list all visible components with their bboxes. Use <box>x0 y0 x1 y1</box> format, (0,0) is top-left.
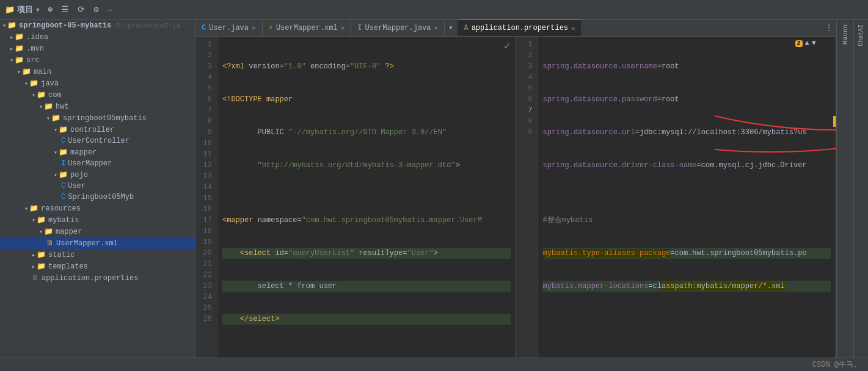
sidebar: ▾ 📁 springboot-05-mybatis D:\procedure2\… <box>0 20 195 358</box>
left-code-lines[interactable]: <?xml version="1.0" encoding="UTF-8" ?> … <box>217 37 516 358</box>
tree-item-mybatis[interactable]: ▾ 📁 mybatis <box>0 214 195 226</box>
tree-label-usercontroller: UserController <box>68 137 129 145</box>
project-dropdown-icon[interactable]: ▾ <box>35 5 40 15</box>
left-code-content: 1 2 3 4 5 6 7 8 9 10 11 12 13 <box>195 37 516 358</box>
right-code-line-2: spring.datasource.password=root <box>543 94 831 105</box>
tab-icon-user-java: C <box>202 24 206 32</box>
tree-item-controller[interactable]: ▾ 📁 controller <box>0 124 195 135</box>
tab-icon-usermapper-xml: ⚡ <box>269 23 273 32</box>
tree-item-hwt[interactable]: ▾ 📁 hwt <box>0 101 195 112</box>
toolbar-icons: ⊕ ☰ ⟳ ⚙ — <box>45 3 115 16</box>
tab-application-prop[interactable]: A application.properties ✕ <box>458 20 582 36</box>
warning-up[interactable]: ▲ <box>805 39 809 48</box>
folder-icon-mvn: 📁 <box>15 44 24 53</box>
tab-close-usermapper-xml[interactable]: ✕ <box>341 24 345 32</box>
tree-item-springboot05myb[interactable]: C Springboot05Myb <box>0 192 195 203</box>
arrow-java: ▾ <box>24 80 28 87</box>
tab-icon-application-prop: A <box>464 24 468 32</box>
tab-usermapper-xml[interactable]: ⚡ UserMapper.xml ✕ <box>263 20 352 36</box>
tree-item-application-prop[interactable]: 🗎 application.properties <box>0 272 195 284</box>
tree-label-main: main <box>34 68 51 76</box>
split-editors: 1 2 3 4 5 6 7 8 9 10 11 12 13 <box>195 37 836 358</box>
folder-icon-resources: 📁 <box>29 204 38 213</box>
toolbar-add[interactable]: ⊕ <box>45 3 55 16</box>
tree-item-idea[interactable]: ▸ 📁 .idea <box>0 31 195 43</box>
folder-icon-springboot05mybatis: 📁 <box>51 113 60 123</box>
tabs-action-more[interactable]: ⋮ <box>825 23 833 32</box>
warning-badge: 2 <box>795 40 803 47</box>
tree-label-root: springboot-05-mybatis D:\procedure2\ja <box>19 21 180 30</box>
arrow-main: ▾ <box>17 68 21 76</box>
tree-item-springboot05mybatis[interactable]: ▾ 📁 springboot05mybatis <box>0 112 195 124</box>
right-line-numbers: 1 2 3 4 5 6 7 8 9 <box>516 37 538 358</box>
code-line-9: </select> <box>222 314 511 325</box>
tab-label-application-prop: application.properties <box>472 24 568 32</box>
code-line-6: <mapper namespace="com.hwt.springboot05m… <box>222 215 511 226</box>
tree-item-static[interactable]: ▸ 📁 static <box>0 249 195 261</box>
folder-icon-main: 📁 <box>22 67 31 76</box>
tree-item-mapper-folder[interactable]: ▾ 📁 mapper <box>0 146 195 158</box>
tree-item-mvn[interactable]: ▸ 📁 .mvn <box>0 43 195 54</box>
toolbar-settings[interactable]: ⚙ <box>91 3 101 16</box>
tree-label-usermapper-java: UserMapper <box>68 159 112 168</box>
right-code-line-7: mybaatis.type-aliases-package=com.hwt.sp… <box>543 248 831 259</box>
tree-item-mapper-res[interactable]: ▾ 📁 mapper <box>0 226 195 237</box>
tabs-overflow[interactable]: ▾ <box>445 20 456 36</box>
arrow-mybatis: ▾ <box>32 217 35 224</box>
tree-label-user: User <box>68 182 86 190</box>
tree-item-pojo[interactable]: ▾ 📁 pojo <box>0 169 195 181</box>
right-code-content: 1 2 3 4 5 6 7 8 9 spring.datasource.user… <box>516 37 836 358</box>
tree-item-usermapper-xml[interactable]: 🗎 UserMapper.xml <box>0 237 195 249</box>
arrow-hwt: ▾ <box>39 103 43 110</box>
tree-item-com[interactable]: ▾ 📁 com <box>0 89 195 101</box>
tab-close-application-prop[interactable]: ✕ <box>571 24 575 32</box>
toolbar-list[interactable]: ☰ <box>59 3 71 16</box>
tree-label-mapper-res: mapper <box>56 228 82 236</box>
tree-label-springboot05mybatis: springboot05mybatis <box>63 114 147 123</box>
arrow-src: ▾ <box>10 57 13 64</box>
tab-label-usermapper-xml: UserMapper.xml <box>276 24 338 32</box>
tree-item-usermapper-java[interactable]: I UserMapper <box>0 158 195 169</box>
tree-item-resources[interactable]: ▾ 📁 resources <box>0 203 195 214</box>
tab-icon-usermapper-java: I <box>357 24 362 32</box>
code-line-2: <!DOCTYPE mapper <box>222 94 511 105</box>
tab-usermapper-java[interactable]: I UserMapper.java ✕ <box>351 20 445 36</box>
tree-item-user[interactable]: C User <box>0 181 195 192</box>
arrow-resources: ▾ <box>24 205 28 212</box>
maven-label[interactable]: Maven <box>842 24 849 45</box>
toolbar-minimize[interactable]: — <box>105 4 115 16</box>
project-title: 项目 <box>17 4 33 15</box>
arrow-com: ▾ <box>32 92 35 99</box>
warning-down[interactable]: ▼ <box>812 39 816 48</box>
tabs-bar: C User.java ✕ ⚡ UserMapper.xml ✕ I UserM… <box>195 20 836 37</box>
tree-item-java[interactable]: ▾ 📁 java <box>0 77 195 89</box>
tabs-actions: ⋮ <box>822 20 836 36</box>
tree-label-mvn: .mvn <box>26 45 44 53</box>
arrow-root: ▾ <box>2 22 6 29</box>
code-line-3: PUBLIC "-//mybatis.org//DTD Mapper 3.0//… <box>222 127 511 138</box>
right-code-line-8: mybatis.mapper-locations=classpath:mybat… <box>543 281 831 292</box>
tab-close-user-java[interactable]: ✕ <box>252 24 256 32</box>
code-line-8: select * from user <box>222 281 511 292</box>
chat-label[interactable]: ChatAI <box>858 24 864 46</box>
tree-label-hwt: hwt <box>56 103 69 111</box>
file-icon-usermapper-xml: 🗎 <box>46 239 54 248</box>
tree-item-usercontroller[interactable]: C UserController <box>0 135 195 146</box>
check-mark: ✓ <box>504 39 511 52</box>
file-icon-user: C <box>61 182 65 190</box>
right-code-lines[interactable]: spring.datasource.username=root spring.d… <box>538 37 836 358</box>
tab-close-usermapper-java[interactable]: ✕ <box>434 24 439 32</box>
tab-user-java[interactable]: C User.java ✕ <box>195 20 263 36</box>
toolbar-refresh[interactable]: ⟳ <box>75 3 87 16</box>
tree-item-templates[interactable]: ▸ 📁 templates <box>0 261 195 272</box>
warning-indicator: 2 ▲ ▼ <box>795 39 816 48</box>
folder-icon-root: 📁 <box>7 21 16 30</box>
tree-label-templates: templates <box>48 262 88 271</box>
tree-item-src[interactable]: ▾ 📁 src <box>0 54 195 66</box>
tree-label-usermapper-xml: UserMapper.xml <box>56 239 118 248</box>
tree-label-controller: controller <box>70 126 114 134</box>
tree-label-idea: .idea <box>26 33 48 41</box>
tab-label-user-java: User.java <box>209 24 249 32</box>
tree-item-main[interactable]: ▾ 📁 main <box>0 66 195 77</box>
tree-item-root[interactable]: ▾ 📁 springboot-05-mybatis D:\procedure2\… <box>0 20 195 31</box>
